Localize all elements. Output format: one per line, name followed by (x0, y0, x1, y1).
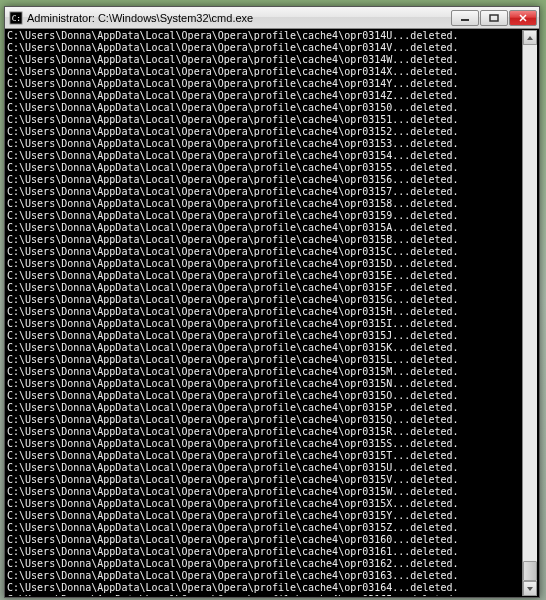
svg-rect-2 (461, 19, 469, 21)
vertical-scrollbar[interactable] (522, 30, 537, 596)
scroll-down-button[interactable] (523, 581, 537, 596)
scroll-track[interactable] (523, 45, 537, 581)
console-line: C:\Users\Donna\AppData\Local\Opera\Opera… (7, 42, 522, 54)
console-line: C:\Users\Donna\AppData\Local\Opera\Opera… (7, 570, 522, 582)
console-line: C:\Users\Donna\AppData\Local\Opera\Opera… (7, 138, 522, 150)
minimize-button[interactable] (451, 10, 479, 26)
console-line: C:\Users\Donna\AppData\Local\Opera\Opera… (7, 558, 522, 570)
console-line: C:\Users\Donna\AppData\Local\Opera\Opera… (7, 390, 522, 402)
console-line: C:\Users\Donna\AppData\Local\Opera\Opera… (7, 402, 522, 414)
close-button[interactable] (509, 10, 537, 26)
console-line: C:\Users\Donna\AppData\Local\Opera\Opera… (7, 534, 522, 546)
console-line: C:\Users\Donna\AppData\Local\Opera\Opera… (7, 426, 522, 438)
console-line: C:\Users\Donna\AppData\Local\Opera\Opera… (7, 186, 522, 198)
svg-rect-3 (490, 15, 498, 21)
console-line: C:\Users\Donna\AppData\Local\Opera\Opera… (7, 318, 522, 330)
cmd-icon: C: (9, 11, 23, 25)
console-line: C:\Users\Donna\AppData\Local\Opera\Opera… (7, 498, 522, 510)
console-line: C:\Users\Donna\AppData\Local\Opera\Opera… (7, 234, 522, 246)
console-line: C:\Users\Donna\AppData\Local\Opera\Opera… (7, 486, 522, 498)
console-line: C:\Users\Donna\AppData\Local\Opera\Opera… (7, 78, 522, 90)
titlebar[interactable]: C: Administrator: C:\Windows\System32\cm… (5, 7, 539, 29)
cmd-window: C: Administrator: C:\Windows\System32\cm… (4, 6, 540, 598)
console-line: C:\Users\Donna\AppData\Local\Opera\Opera… (7, 306, 522, 318)
console-line: C:\Users\Donna\AppData\Local\Opera\Opera… (7, 474, 522, 486)
window-title: Administrator: C:\Windows\System32\cmd.e… (27, 12, 451, 24)
console-line: C:\Users\Donna\AppData\Local\Opera\Opera… (7, 198, 522, 210)
console-line: C:\Users\Donna\AppData\Local\Opera\Opera… (7, 258, 522, 270)
console-content[interactable]: C:\Users\Donna\AppData\Local\Opera\Opera… (7, 30, 522, 596)
console-line: C:\Users\Donna\AppData\Local\Opera\Opera… (7, 90, 522, 102)
scroll-thumb[interactable] (523, 561, 537, 581)
console-line: C:\Users\Donna\AppData\Local\Opera\Opera… (7, 582, 522, 594)
console-line: C:\Users\Donna\AppData\Local\Opera\Opera… (7, 330, 522, 342)
console-line: C:\Users\Donna\AppData\Local\Opera\Opera… (7, 210, 522, 222)
console-line: C:\Users\Donna\AppData\Local\Opera\Opera… (7, 102, 522, 114)
console-area: C:\Users\Donna\AppData\Local\Opera\Opera… (5, 29, 539, 597)
scroll-up-button[interactable] (523, 30, 537, 45)
console-line: C:\Users\Donna\AppData\Local\Opera\Opera… (7, 378, 522, 390)
console-line: C:\Users\Donna\AppData\Local\Opera\Opera… (7, 222, 522, 234)
console-line: C:\Users\Donna\AppData\Local\Opera\Opera… (7, 150, 522, 162)
console-line: C:\Users\Donna\AppData\Local\Opera\Opera… (7, 438, 522, 450)
console-line: C:\Users\Donna\AppData\Local\Opera\Opera… (7, 162, 522, 174)
console-line: C:\Users\Donna\AppData\Local\Opera\Opera… (7, 342, 522, 354)
svg-text:C:: C: (12, 13, 21, 22)
window-controls (451, 10, 537, 26)
console-line: C:\Users\Donna\AppData\Local\Opera\Opera… (7, 126, 522, 138)
console-line: C:\Users\Donna\AppData\Local\Opera\Opera… (7, 546, 522, 558)
console-line: C:\Users\Donna\AppData\Local\Opera\Opera… (7, 354, 522, 366)
console-line: C:\Users\Donna\AppData\Local\Opera\Opera… (7, 594, 522, 596)
console-line: C:\Users\Donna\AppData\Local\Opera\Opera… (7, 366, 522, 378)
console-line: C:\Users\Donna\AppData\Local\Opera\Opera… (7, 414, 522, 426)
console-line: C:\Users\Donna\AppData\Local\Opera\Opera… (7, 174, 522, 186)
console-line: C:\Users\Donna\AppData\Local\Opera\Opera… (7, 450, 522, 462)
console-line: C:\Users\Donna\AppData\Local\Opera\Opera… (7, 462, 522, 474)
console-line: C:\Users\Donna\AppData\Local\Opera\Opera… (7, 522, 522, 534)
console-line: C:\Users\Donna\AppData\Local\Opera\Opera… (7, 66, 522, 78)
maximize-button[interactable] (480, 10, 508, 26)
console-line: C:\Users\Donna\AppData\Local\Opera\Opera… (7, 30, 522, 42)
console-line: C:\Users\Donna\AppData\Local\Opera\Opera… (7, 270, 522, 282)
console-line: C:\Users\Donna\AppData\Local\Opera\Opera… (7, 282, 522, 294)
console-line: C:\Users\Donna\AppData\Local\Opera\Opera… (7, 246, 522, 258)
console-line: C:\Users\Donna\AppData\Local\Opera\Opera… (7, 510, 522, 522)
console-line: C:\Users\Donna\AppData\Local\Opera\Opera… (7, 114, 522, 126)
console-line: C:\Users\Donna\AppData\Local\Opera\Opera… (7, 54, 522, 66)
console-line: C:\Users\Donna\AppData\Local\Opera\Opera… (7, 294, 522, 306)
